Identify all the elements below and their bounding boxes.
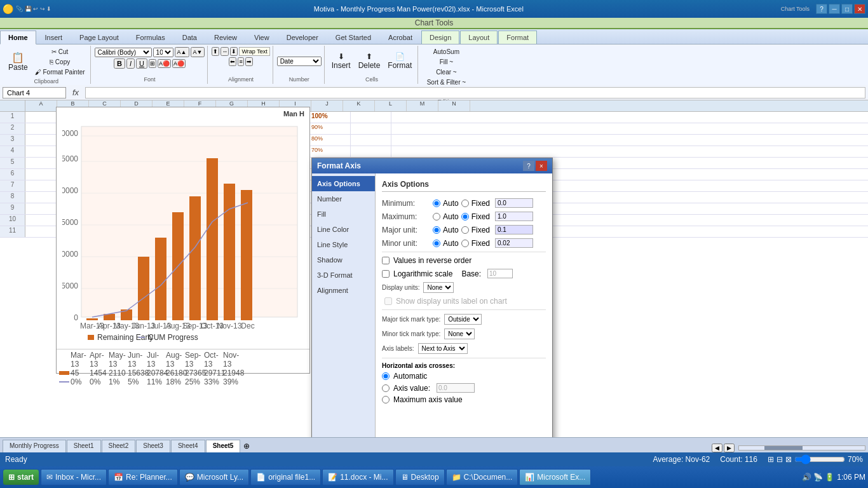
sidebar-shadow[interactable]: Shadow: [312, 252, 375, 268]
align-top-button[interactable]: ⬆: [212, 47, 219, 56]
view-normal-icon[interactable]: ⊞: [768, 455, 774, 464]
minimize-button[interactable]: ─: [829, 4, 840, 14]
dialog-help-button[interactable]: ?: [523, 161, 534, 171]
restore-button[interactable]: □: [841, 4, 853, 14]
font-grow-button[interactable]: A▲: [175, 47, 189, 57]
view-layout-icon[interactable]: ⊟: [776, 455, 783, 464]
tab-view[interactable]: View: [246, 30, 278, 44]
cell-reference-box[interactable]: Chart 4: [3, 87, 66, 98]
sheet-tab-sheet2[interactable]: Sheet2: [102, 440, 136, 452]
minimum-value-input[interactable]: 0.0: [495, 198, 533, 208]
tab-format[interactable]: Format: [498, 30, 537, 44]
tab-acrobat[interactable]: Acrobat: [380, 30, 421, 44]
maximum-fixed-radio[interactable]: [461, 213, 469, 220]
formula-input[interactable]: [85, 87, 865, 98]
copy-button[interactable]: ⎘ Copy: [32, 57, 88, 67]
tab-get-started[interactable]: Get Started: [327, 30, 379, 44]
sidebar-line-color[interactable]: Line Color: [312, 222, 375, 237]
h-axis-value-input[interactable]: 0.0: [437, 383, 475, 393]
align-left-button[interactable]: ⬅: [229, 57, 236, 66]
sort-filter-button[interactable]: Sort & Filter ~: [424, 78, 468, 87]
minor-tick-select[interactable]: None: [444, 329, 475, 339]
autosum-button[interactable]: AutoSum: [431, 47, 462, 57]
display-units-select[interactable]: None: [423, 282, 454, 293]
sidebar-line-style[interactable]: Line Style: [312, 237, 375, 252]
cut-button[interactable]: ✂ Cut: [32, 47, 88, 57]
sidebar-number[interactable]: Number: [312, 191, 375, 207]
tab-page-layout[interactable]: Page Layout: [71, 30, 127, 44]
borders-button[interactable]: ⊞: [149, 59, 156, 68]
align-bottom-button[interactable]: ⬇: [230, 47, 238, 56]
h-axis-automatic-radio[interactable]: [382, 372, 390, 380]
tab-review[interactable]: Review: [206, 30, 245, 44]
align-middle-button[interactable]: ↔: [220, 47, 229, 56]
maximum-value-input[interactable]: 1.0: [495, 212, 533, 221]
major-unit-fixed-radio[interactable]: [461, 226, 469, 234]
tab-formulas[interactable]: Formulas: [128, 30, 173, 44]
tab-design[interactable]: Design: [421, 30, 459, 44]
tab-insert[interactable]: Insert: [37, 30, 71, 44]
taskbar-doc[interactable]: 📝 11.docx - Mi...: [322, 469, 393, 485]
minor-unit-value-input[interactable]: 0.02: [495, 238, 533, 248]
insert-cells-button[interactable]: ⬇ Insert: [329, 50, 354, 72]
sheet-tab-sheet3[interactable]: Sheet3: [136, 440, 170, 452]
view-page-break-icon[interactable]: ⊠: [785, 455, 792, 464]
minor-unit-auto-radio[interactable]: [433, 240, 440, 247]
axis-labels-select[interactable]: Next to Axis: [418, 343, 468, 354]
scroll-left-button[interactable]: ◀: [712, 444, 722, 452]
major-unit-value-input[interactable]: 0.1: [495, 225, 533, 234]
taskbar-planner[interactable]: 📅 Re: Planner...: [108, 469, 178, 485]
tab-layout[interactable]: Layout: [460, 30, 498, 44]
maximum-auto-radio[interactable]: [433, 213, 440, 220]
major-unit-auto-radio[interactable]: [433, 226, 440, 234]
sheet-tab-monthly-progress[interactable]: Monthly Progress: [3, 440, 66, 452]
h-axis-value-radio[interactable]: [382, 384, 390, 392]
log-base-input[interactable]: 10: [487, 269, 513, 278]
clear-button[interactable]: Clear ~: [433, 67, 459, 77]
log-scale-checkbox[interactable]: [382, 270, 390, 278]
fill-color-button[interactable]: A🔴: [158, 59, 171, 68]
help-button[interactable]: ?: [816, 4, 827, 14]
taskbar-excel[interactable]: 📊 Microsoft Ex...: [519, 469, 591, 485]
tab-developer[interactable]: Developer: [278, 30, 327, 44]
font-family-select[interactable]: Calibri (Body): [95, 48, 152, 57]
delete-cells-button[interactable]: ⬆ Delete: [355, 50, 384, 72]
paste-button[interactable]: 📋 Paste: [5, 51, 31, 74]
font-size-select[interactable]: 10: [153, 48, 173, 57]
minimum-auto-radio[interactable]: [433, 200, 440, 207]
show-display-units-checkbox[interactable]: [384, 297, 392, 305]
minor-unit-fixed-radio[interactable]: [461, 240, 469, 247]
h-axis-max-radio[interactable]: [382, 396, 390, 403]
align-right-button[interactable]: ➡: [245, 57, 253, 66]
format-cells-button[interactable]: 📄 Format: [384, 50, 415, 72]
taskbar-inbox[interactable]: ✉ Inbox - Micr...: [41, 469, 107, 485]
start-button[interactable]: ⊞ start: [3, 469, 39, 485]
fill-button[interactable]: Fill ~: [437, 57, 456, 67]
wrap-text-button[interactable]: Wrap Text: [239, 47, 269, 56]
sidebar-axis-options[interactable]: Axis Options: [312, 176, 375, 191]
tab-data[interactable]: Data: [174, 30, 205, 44]
underline-button[interactable]: U: [136, 58, 147, 69]
taskbar-file1[interactable]: 📄 original file1...: [250, 469, 321, 485]
tab-home[interactable]: Home: [0, 30, 36, 44]
close-button[interactable]: ✕: [854, 4, 865, 14]
italic-button[interactable]: I: [126, 58, 135, 69]
taskbar-lync[interactable]: 💬 Microsoft Ly...: [179, 469, 249, 485]
major-tick-select[interactable]: Outside: [444, 314, 482, 325]
bold-button[interactable]: B: [114, 58, 125, 69]
minimum-fixed-radio[interactable]: [461, 200, 469, 207]
scroll-right-button[interactable]: ▶: [724, 444, 735, 452]
new-sheet-button[interactable]: ⊕: [241, 440, 252, 452]
reverse-order-checkbox[interactable]: [382, 257, 390, 264]
horizontal-scrollbar[interactable]: [738, 445, 865, 451]
sidebar-alignment[interactable]: Alignment: [312, 283, 375, 298]
sheet-tab-sheet5[interactable]: Sheet5: [206, 440, 241, 452]
format-painter-button[interactable]: 🖌 Format Painter: [32, 67, 88, 77]
font-color-button[interactable]: A🔴: [172, 59, 186, 68]
scrollbar-thumb[interactable]: [764, 446, 803, 450]
zoom-slider[interactable]: [794, 454, 845, 464]
font-shrink-button[interactable]: A▼: [191, 47, 205, 57]
number-format-select[interactable]: Date: [277, 57, 322, 66]
sidebar-fill[interactable]: Fill: [312, 207, 375, 222]
sidebar-3d-format[interactable]: 3-D Format: [312, 268, 375, 283]
